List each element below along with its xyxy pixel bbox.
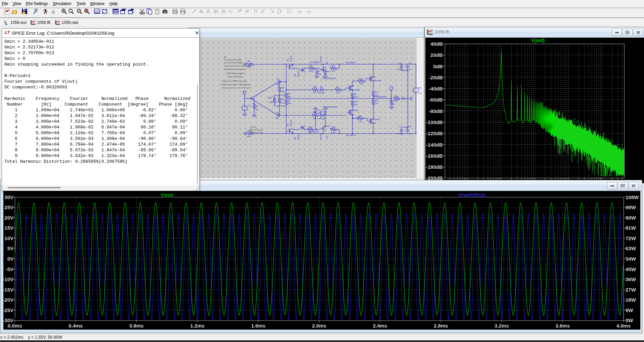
svg-text:M1: M1	[351, 85, 354, 87]
svg-text:18W: 18W	[626, 297, 636, 303]
svg-text:1.4k: 1.4k	[281, 90, 285, 92]
svg-text:5V: 5V	[7, 245, 13, 251]
svg-text:R16: R16	[354, 101, 357, 103]
svg-text:C2: C2	[276, 112, 278, 114]
svg-text:BC639: BC639	[290, 120, 292, 126]
svg-text:-25V: -25V	[3, 307, 13, 313]
svg-text:D1: D1	[321, 69, 323, 71]
svg-text:0dB: 0dB	[433, 64, 443, 69]
svg-text:63W: 63W	[626, 245, 636, 251]
svg-text:1k: 1k	[393, 103, 395, 105]
svg-text:Rser=0 Cpar=0: Rser=0 Cpar=0	[250, 129, 263, 131]
svg-text:Q3: Q3	[294, 74, 296, 77]
svg-text:R22: R22	[281, 87, 285, 89]
svg-text:E: E	[243, 91, 245, 93]
svg-text:R6: R6	[288, 99, 290, 101]
svg-text:-100dB: -100dB	[426, 119, 443, 125]
svg-text:2SK1058: 2SK1058	[373, 80, 381, 82]
svg-text:-60dB: -60dB	[429, 97, 443, 103]
svg-text:30V: 30V	[4, 194, 13, 200]
svg-text:99W: 99W	[626, 204, 636, 210]
svg-text:40dB: 40dB	[430, 41, 443, 47]
svg-text:;noise v(out) V3 oct 100 20 20: ;noise v(out) V3 oct 100 20 20K	[224, 65, 251, 67]
svg-text:R24: R24	[268, 97, 272, 99]
svg-text:R13 8: R13 8	[393, 100, 398, 102]
svg-text:72W: 72W	[626, 235, 636, 241]
svg-text:108W: 108W	[626, 194, 639, 200]
svg-text:R10: R10	[375, 91, 378, 93]
svg-text:-160dB: -160dB	[426, 153, 443, 159]
svg-text:20V: 20V	[4, 215, 13, 221]
svg-text:-5V: -5V	[6, 266, 13, 272]
svg-text:C8: C8	[409, 125, 411, 127]
svg-text:Q2: Q2	[287, 59, 289, 62]
svg-text:R15: R15	[358, 115, 362, 117]
svg-text:1.6ms: 1.6ms	[251, 323, 266, 329]
svg-text:.measure snr param -20*log10(n: .measure snr param -20*log10(ns)	[220, 83, 250, 85]
svg-text:C7: C7	[398, 125, 401, 127]
svg-text:C1: C1	[277, 78, 280, 80]
svg-text:4.2k: 4.2k	[331, 70, 335, 72]
svg-text:;ac oct 100 10 10Meg: ;ac oct 100 10 10Meg	[224, 62, 243, 64]
svg-text:R11: R11	[359, 78, 362, 80]
svg-text:0.22: 0.22	[354, 96, 357, 98]
svg-text:1N4148: 1N4148	[318, 118, 325, 120]
svg-text:-30V: -30V	[3, 317, 13, 323]
svg-text:25V: 25V	[4, 204, 13, 210]
svg-text:D2: D2	[319, 112, 322, 114]
svg-text:.fourier 10K V(out): .fourier 10K V(out)	[227, 76, 243, 78]
svg-text:R1: R1	[256, 105, 259, 107]
svg-text:3.6ms: 3.6ms	[556, 323, 570, 329]
svg-text:R7: R7	[313, 112, 316, 114]
svg-text:-76: -76	[419, 92, 422, 94]
svg-text:1µ: 1µ	[409, 133, 411, 135]
svg-text:Q4: Q4	[326, 136, 328, 139]
svg-text:R19: R19	[309, 126, 312, 128]
svg-text:0.4ms: 0.4ms	[69, 323, 83, 329]
svg-text:-20V: -20V	[3, 297, 13, 303]
svg-text:;PP: ;PP	[223, 56, 226, 58]
svg-text:R4: R4	[248, 60, 250, 62]
svg-text:47000µ: 47000µ	[397, 133, 404, 135]
svg-text:27W: 27W	[626, 287, 636, 293]
svg-text:2.0ms: 2.0ms	[312, 323, 327, 329]
svg-text:47000µ: 47000µ	[397, 68, 404, 70]
svg-text:Q6: Q6	[287, 123, 289, 126]
svg-text:280: 280	[288, 96, 291, 98]
svg-text:4.2k: 4.2k	[331, 131, 335, 134]
svg-text:1N4148: 1N4148	[318, 92, 325, 94]
svg-text:C5: C5	[398, 62, 401, 64]
svg-text:R2: R2	[332, 65, 334, 67]
svg-text:0.8ms: 0.8ms	[129, 323, 144, 329]
svg-text:BC640: BC640	[320, 134, 322, 140]
svg-text:R14: R14	[375, 99, 378, 101]
svg-text:10k: 10k	[313, 91, 316, 93]
svg-text:-140dB: -140dB	[426, 142, 443, 148]
svg-text:-10V: -10V	[3, 276, 13, 282]
svg-text:100: 100	[359, 120, 362, 122]
svg-text:R9: R9	[354, 93, 356, 95]
svg-text:BC639: BC639	[320, 56, 322, 62]
svg-text:R3: R3	[310, 65, 312, 67]
svg-text:.op: .op	[306, 10, 310, 13]
svg-text:81W: 81W	[626, 225, 636, 231]
svg-text:R23: R23	[281, 98, 285, 100]
svg-text:3.2ms: 3.2ms	[495, 323, 509, 329]
svg-text:;step dec param x 11 0.02meg 1: ;step dec param x 11 0.02meg 10	[222, 87, 251, 89]
svg-text:-V(out)*I(R12): -V(out)*I(R12)	[457, 192, 485, 197]
svg-text:V(out): V(out)	[161, 192, 173, 197]
svg-text:47µ: 47µ	[317, 73, 321, 75]
svg-text:100: 100	[336, 92, 340, 94]
svg-text:Q1: Q1	[326, 61, 328, 64]
svg-text:V3: V3	[248, 105, 251, 107]
svg-text:36W: 36W	[626, 276, 636, 282]
svg-text:-20dB: -20dB	[429, 75, 443, 80]
svg-text:AC 0 0: AC 0 0	[250, 126, 256, 128]
svg-text:-80dB: -80dB	[429, 108, 443, 114]
svg-text:10µ: 10µ	[275, 117, 279, 119]
svg-text:Ph_BZX84-B15: Ph_BZX84-B15	[323, 77, 336, 79]
svg-text:0.0ms: 0.0ms	[8, 323, 22, 329]
svg-text:100: 100	[359, 83, 363, 85]
svg-text:2SJ162: 2SJ162	[351, 109, 358, 111]
svg-text:BC640: BC640	[290, 55, 292, 62]
